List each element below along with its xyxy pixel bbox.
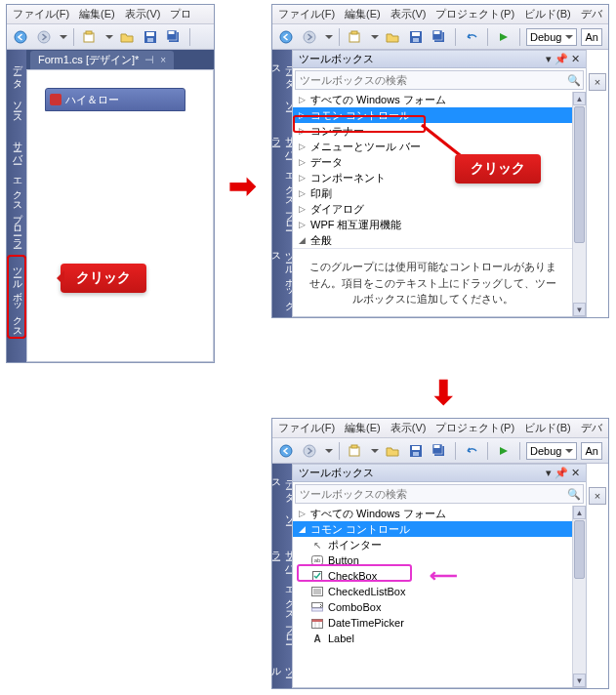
menu-build[interactable]: ビルド(B) <box>524 421 571 435</box>
menu-edit[interactable]: 編集(E) <box>79 7 115 21</box>
undo-button[interactable] <box>462 441 481 461</box>
save-button[interactable] <box>406 27 426 47</box>
toolbox-title: ツールボックス <box>299 52 374 66</box>
nav-history-dropdown[interactable] <box>60 35 67 43</box>
close-tab-icon[interactable]: × <box>160 55 166 65</box>
item-label[interactable]: ALabel <box>293 631 572 646</box>
config-combo[interactable]: Debug <box>526 28 577 46</box>
toolbox-search[interactable]: 🔍 <box>295 70 584 90</box>
scroll-thumb[interactable] <box>574 106 585 243</box>
start-button[interactable] <box>494 441 513 461</box>
side-tab-strip: データ ソース サーバー エクスプローラー ツールボックス <box>272 50 292 317</box>
new-project-button[interactable] <box>346 441 365 461</box>
sidetab-datasource[interactable]: データ ソース <box>8 54 25 124</box>
toolbox-titlebar[interactable]: ツールボックス ▾ 📌 ✕ <box>293 465 586 482</box>
cat-general[interactable]: ◢全般 <box>293 232 572 248</box>
close-pane-icon[interactable]: ✕ <box>571 53 580 65</box>
scroll-up-button[interactable]: ▲ <box>573 506 586 519</box>
save-all-button[interactable] <box>430 27 449 47</box>
cat-dialogs[interactable]: ▷ダイアログ <box>293 201 572 217</box>
menu-project[interactable]: プロ <box>170 7 191 21</box>
separator <box>487 442 488 460</box>
nav-fwd-button[interactable] <box>300 27 319 47</box>
open-button[interactable] <box>383 27 402 47</box>
menu-debug[interactable]: デバ <box>581 7 602 21</box>
search-icon[interactable]: 🔍 <box>565 74 583 87</box>
close-pane-icon[interactable]: ✕ <box>571 467 580 479</box>
nav-history-dropdown[interactable] <box>325 35 333 43</box>
toolbox-titlebar[interactable]: ツールボックス ▾ 📌 ✕ <box>293 51 586 68</box>
nav-fwd-button[interactable] <box>300 441 319 461</box>
undo-button[interactable] <box>462 27 481 47</box>
toolbox-search-input[interactable] <box>296 74 565 86</box>
menu-view[interactable]: 表示(V) <box>390 7 427 21</box>
menu-edit[interactable]: 編集(E) <box>345 421 381 435</box>
new-dropdown[interactable] <box>105 35 113 43</box>
save-button[interactable] <box>141 27 160 47</box>
save-button[interactable] <box>406 441 426 461</box>
svg-point-21 <box>280 445 292 457</box>
menu-view[interactable]: 表示(V) <box>125 7 161 21</box>
vscrollbar[interactable]: ▲ ▼ <box>572 506 586 687</box>
document-tab[interactable]: Form1.cs [デザイン]* ⊣ × <box>30 51 174 69</box>
window-dropdown-icon[interactable]: ▾ <box>546 467 552 479</box>
nav-fwd-button[interactable] <box>34 27 54 47</box>
nav-back-button[interactable] <box>276 441 296 461</box>
save-all-button[interactable] <box>164 27 184 47</box>
svg-rect-39 <box>312 608 323 611</box>
sidetab-server-explorer[interactable]: サーバー エクスプローラー <box>8 130 25 249</box>
scroll-down-button[interactable]: ▼ <box>573 674 586 687</box>
cat-wpf-interop[interactable]: ▷WPF 相互運用機能 <box>293 217 572 232</box>
close-document-button[interactable]: × <box>589 487 606 505</box>
nav-back-button[interactable] <box>11 27 30 47</box>
close-document-button[interactable]: × <box>589 73 606 91</box>
start-button[interactable] <box>494 27 513 47</box>
menu-project[interactable]: プロジェクト(P) <box>435 7 514 21</box>
config-combo[interactable]: Debug <box>526 442 577 460</box>
toolbar: Debug An <box>272 24 608 50</box>
new-dropdown[interactable] <box>371 35 379 43</box>
nav-back-button[interactable] <box>276 27 296 47</box>
nav-history-dropdown[interactable] <box>325 449 333 457</box>
scroll-thumb[interactable] <box>574 520 585 579</box>
pin-icon[interactable]: ⊣ <box>144 54 154 66</box>
cat-all-windows-forms[interactable]: ▷すべての Windows フォーム <box>293 506 572 521</box>
open-button[interactable] <box>383 441 402 461</box>
item-combobox[interactable]: ComboBox <box>293 599 572 615</box>
new-project-button[interactable] <box>346 27 365 47</box>
autohide-pin-icon[interactable]: 📌 <box>554 53 568 65</box>
menu-file[interactable]: ファイル(F) <box>13 7 69 21</box>
scroll-down-button[interactable]: ▼ <box>573 303 586 316</box>
new-project-button[interactable] <box>80 27 100 47</box>
item-datetimepicker[interactable]: DateTimePicker <box>293 615 572 631</box>
menu-view[interactable]: 表示(V) <box>390 421 427 435</box>
form-titlebar[interactable]: ハイ＆ロー <box>45 88 185 111</box>
menu-debug[interactable]: デバ <box>581 421 602 435</box>
scroll-up-button[interactable]: ▲ <box>573 92 586 105</box>
menu-project[interactable]: プロジェクト(P) <box>435 421 514 435</box>
autohide-pin-icon[interactable]: 📌 <box>554 467 568 479</box>
cat-all-windows-forms[interactable]: ▷すべての Windows フォーム <box>293 92 572 107</box>
item-pointer[interactable]: ↖ポインター <box>293 537 572 552</box>
cat-printing[interactable]: ▷印刷 <box>293 185 572 201</box>
new-dropdown[interactable] <box>371 449 379 457</box>
save-all-button[interactable] <box>430 441 449 461</box>
open-button[interactable] <box>117 27 137 47</box>
toolbox-search-input[interactable] <box>296 488 565 500</box>
toolbox-pane: ツールボックス ▾ 📌 ✕ 🔍 ▷すべての Windows フォーム ▷コモン … <box>292 50 587 317</box>
platform-combo[interactable]: An <box>581 442 602 460</box>
search-icon[interactable]: 🔍 <box>565 488 583 501</box>
sidetab-toolbox[interactable]: ツールボックス <box>7 255 26 339</box>
menu-edit[interactable]: 編集(E) <box>345 7 381 21</box>
menu-file[interactable]: ファイル(F) <box>278 421 335 435</box>
platform-combo[interactable]: An <box>581 28 602 46</box>
vscrollbar[interactable]: ▲ ▼ <box>572 92 586 316</box>
cat-common-controls[interactable]: ◢コモン コントロール <box>293 521 572 537</box>
toolbox-search[interactable]: 🔍 <box>295 484 584 504</box>
menu-build[interactable]: ビルド(B) <box>524 7 571 21</box>
svg-rect-27 <box>413 452 419 456</box>
cat-common-controls[interactable]: ▷コモン コントロール <box>293 107 572 123</box>
window-dropdown-icon[interactable]: ▾ <box>546 53 552 65</box>
designer-surface[interactable]: ハイ＆ロー <box>26 69 214 362</box>
menu-file[interactable]: ファイル(F) <box>278 7 335 21</box>
